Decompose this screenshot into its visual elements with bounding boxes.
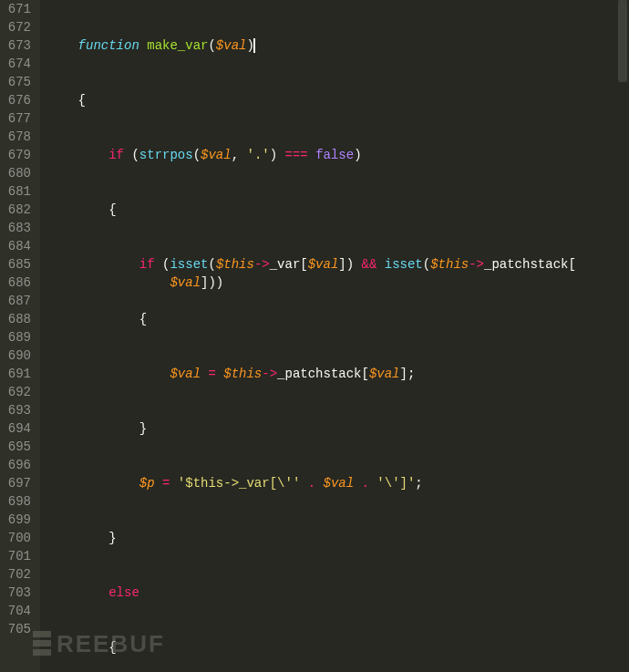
code-line: {	[47, 310, 629, 328]
line-number: 701	[5, 547, 31, 565]
line-number: 705	[5, 620, 31, 638]
line-number: 699	[5, 511, 31, 529]
line-number: 696	[5, 456, 31, 474]
line-number: 689	[5, 328, 31, 346]
code-line: $val = $this->_patchstack[$val];	[47, 365, 629, 383]
line-number: 682	[5, 201, 31, 219]
line-number: 692	[5, 383, 31, 401]
code-line: if (strrpos($val, '.') === false)	[47, 146, 629, 164]
line-number: 677	[5, 109, 31, 128]
code-line: if (isset($this->_var[$val]) && isset($t…	[47, 255, 629, 274]
line-number: 673	[5, 36, 31, 55]
watermark-icon	[33, 631, 51, 656]
watermark-text: REEBUF	[57, 635, 165, 653]
line-number: 694	[5, 419, 31, 438]
line-number: 680	[5, 164, 31, 182]
code-line: {	[47, 91, 629, 109]
func-name: make_var	[147, 38, 208, 53]
line-number: 688	[5, 310, 31, 328]
line-number: 684	[5, 237, 31, 255]
code-line: {	[47, 201, 629, 219]
func: strrpos	[139, 148, 193, 162]
line-number: 704	[5, 602, 31, 620]
code-area[interactable]: function make_var($val) { if (strrpos($v…	[40, 0, 629, 672]
var: $val	[216, 38, 247, 53]
line-number: 695	[5, 438, 31, 456]
keyword-function: function	[78, 38, 139, 53]
line-number: 693	[5, 401, 31, 419]
code-line: }	[47, 419, 629, 438]
line-number: 703	[5, 584, 31, 602]
line-number: 687	[5, 292, 31, 310]
code-line: }	[47, 529, 629, 547]
line-number-gutter: 6716726736746756766776786796806816826836…	[0, 0, 40, 672]
code-editor[interactable]: 6716726736746756766776786796806816826836…	[0, 0, 629, 672]
line-number: 691	[5, 365, 31, 383]
line-number: 676	[5, 91, 31, 109]
line-number: 683	[5, 219, 31, 237]
line-number: 686	[5, 274, 31, 292]
line-number: 697	[5, 474, 31, 492]
line-number: 674	[5, 55, 31, 73]
line-number: 679	[5, 146, 31, 164]
line-number: 690	[5, 346, 31, 365]
line-number: 675	[5, 73, 31, 91]
line-number: 700	[5, 529, 31, 547]
line-number: 685	[5, 255, 31, 274]
code-line: else	[47, 584, 629, 602]
keyword-if: if	[108, 148, 124, 162]
line-number: 698	[5, 492, 31, 511]
cursor-icon	[253, 38, 255, 53]
line-number: 681	[5, 182, 31, 201]
line-number: 671	[5, 0, 31, 18]
line-number: 678	[5, 128, 31, 146]
scrollbar-thumb[interactable]	[618, 0, 627, 82]
code-line: function make_var($val)	[47, 36, 629, 55]
watermark: REEBUF	[33, 631, 165, 656]
line-number: 672	[5, 18, 31, 36]
code-line: $p = '$this->_var[\'' . $val . '\']';	[47, 474, 629, 492]
line-number: 702	[5, 565, 31, 584]
